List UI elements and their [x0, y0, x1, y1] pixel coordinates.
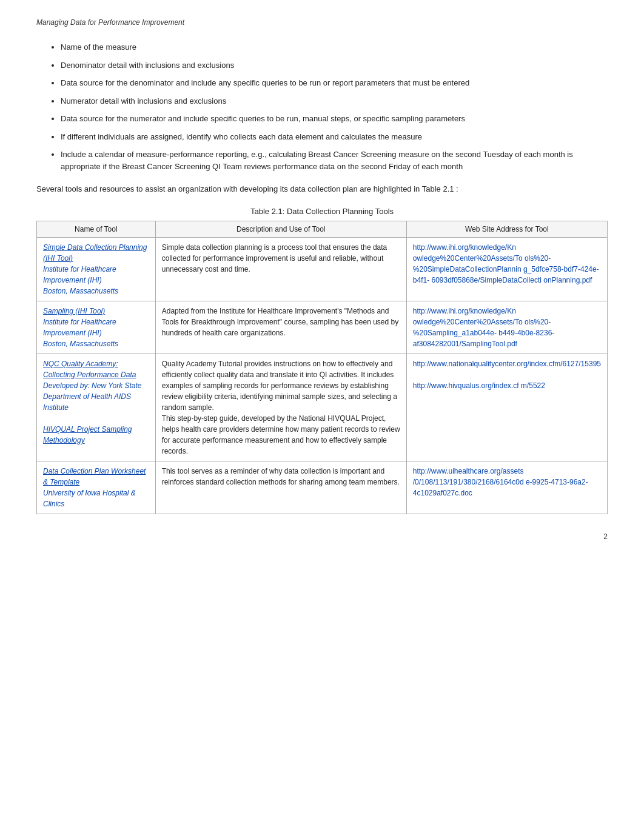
table-row: Sampling (IHI Tool) Institute for Health… — [37, 301, 608, 354]
bullet-list: Name of the measure Denominator detail w… — [61, 41, 608, 172]
tool-org-5: University of Iowa Hospital & Clinics — [43, 489, 136, 508]
tool-description-5: This tool serves as a reminder of why da… — [155, 461, 406, 514]
col-header-web: Web Site Address for Tool — [406, 221, 607, 237]
list-item: Data source for the denominator and incl… — [61, 77, 608, 89]
tool-name-cell-3: NQC Quality Academy:Collecting Performan… — [37, 354, 156, 461]
tool-subtitle-1: Institute for Healthcare Improvement (IH… — [43, 265, 116, 284]
col-header-description: Description and Use of Tool — [155, 221, 406, 237]
list-item: Data source for the numerator and includ… — [61, 113, 608, 125]
tool-subtitle-2: Institute for Healthcare Improvement (IH… — [43, 318, 116, 337]
list-item: Name of the measure — [61, 41, 608, 53]
tool-location-2: Boston, Massachusetts — [43, 340, 118, 348]
tool-location-1: Boston, Massachusetts — [43, 287, 118, 295]
tool-name-cell-5: Data Collection Plan Worksheet & Templat… — [37, 461, 156, 514]
tool-description-3: Quality Academy Tutorial provides instru… — [155, 354, 406, 461]
table-row: Simple Data Collection Planning (IHI Too… — [37, 237, 608, 301]
tool-name-cell-1: Simple Data Collection Planning (IHI Too… — [37, 237, 156, 301]
tool-name-link-2[interactable]: Sampling (IHI Tool) — [43, 307, 105, 315]
tool-developed: Developed by: New York State Department … — [43, 381, 142, 412]
header-title: Managing Data for Performance Improvemen… — [36, 18, 184, 27]
tool-name-link-5[interactable]: Data Collection Plan Worksheet & Templat… — [43, 467, 146, 486]
tool-name-cell-2: Sampling (IHI Tool) Institute for Health… — [37, 301, 156, 354]
list-item: Include a calendar of measure-performanc… — [61, 149, 608, 172]
tool-web-5: http://www.uihealthcare.org/assets /0/10… — [406, 461, 607, 514]
tool-description-2: Adapted from the Institute for Healthcar… — [155, 301, 406, 354]
tool-web-link-3[interactable]: http://www.nationalqualitycenter.org/ind… — [413, 360, 601, 368]
tool-name-link-4[interactable]: HIVQUAL Project Sampling Methodology — [43, 425, 132, 444]
page-number: 2 — [36, 532, 608, 541]
list-item: Denominator detail with inclusions and e… — [61, 59, 608, 72]
page-header: Managing Data for Performance Improvemen… — [36, 18, 608, 27]
data-collection-table: Name of Tool Description and Use of Tool… — [36, 221, 608, 514]
tool-web-1: http://www.ihi.org/knowledge/Kn owledge%… — [406, 237, 607, 301]
col-header-name: Name of Tool — [37, 221, 156, 237]
tool-web-2: http://www.ihi.org/knowledge/Kn owledge%… — [406, 301, 607, 354]
intro-paragraph: Several tools and resources to assist an… — [36, 183, 608, 196]
tool-web-link-5[interactable]: http://www.uihealthcare.org/assets /0/10… — [413, 467, 588, 497]
tool-web-link-4[interactable]: http://www.hivqualus.org/index.cf m/5522 — [413, 381, 545, 390]
table-row: Data Collection Plan Worksheet & Templat… — [37, 461, 608, 514]
table-caption: Table 2.1: Data Collection Planning Tool… — [36, 207, 608, 216]
tool-web-3: http://www.nationalqualitycenter.org/ind… — [406, 354, 607, 461]
tool-web-link-2[interactable]: http://www.ihi.org/knowledge/Kn owledge%… — [413, 307, 555, 348]
table-row: NQC Quality Academy:Collecting Performan… — [37, 354, 608, 461]
tool-description-1: Simple data collection planning is a pro… — [155, 237, 406, 301]
list-item: Numerator detail with inclusions and exc… — [61, 95, 608, 107]
tool-name-link-3[interactable]: NQC Quality Academy:Collecting Performan… — [43, 360, 136, 379]
list-item: If different individuals are assigned, i… — [61, 131, 608, 143]
tool-web-link-1[interactable]: http://www.ihi.org/knowledge/Kn owledge%… — [413, 243, 599, 284]
tool-name-link-1[interactable]: Simple Data Collection Planning (IHI Too… — [43, 243, 147, 263]
